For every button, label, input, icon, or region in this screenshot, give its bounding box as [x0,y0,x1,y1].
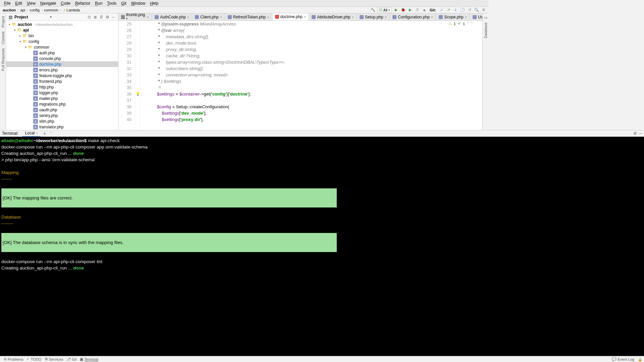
code-line[interactable]: * } $settings [147,78,482,84]
menu-help[interactable]: Help [148,1,161,6]
editor-tab[interactable]: AttributeDriver.php× [309,13,357,20]
prev-highlight-button[interactable]: ˄ [467,21,469,26]
hide-panel-button[interactable]: ─ [110,14,116,20]
editor-tab[interactable]: AuthCode.php× [152,13,192,20]
intention-bulb-icon[interactable]: 💡 [135,91,140,97]
chevron-down-icon[interactable]: ▾ [50,15,52,19]
code-line[interactable]: $settings['proxy dir'], [147,116,482,123]
menu-navigate[interactable]: Navigate [38,1,58,6]
tree-item[interactable]: ▾config [6,39,118,44]
new-terminal-button[interactable]: + [42,131,47,136]
code-line[interactable]: * @var array{ [147,27,482,34]
editor-tab[interactable]: Client.php× [192,13,225,20]
select-opened-file-button[interactable]: ⊙ [86,14,92,20]
tool-tab-project[interactable]: Project [0,14,6,29]
tree-item[interactable]: oauth.php [6,107,118,113]
tree-item[interactable]: mailer.php [6,96,118,101]
code-line[interactable]: * @psalm-suppress MixedArrayAccess [147,21,482,27]
menu-refactor[interactable]: Refactor [73,1,93,6]
close-icon[interactable]: × [304,15,306,19]
terminal-dropdown[interactable]: ˅ [49,132,53,135]
inspection-widget[interactable]: ⚠1 ✔1 ˄ ˅ [448,21,473,26]
chevron-down-icon[interactable]: ▾ [7,23,11,26]
editor-tab[interactable]: Scope.php× [436,13,470,20]
terminal-output[interactable]: elisdn@elisdn:~/deworker/edu/auction$ ma… [0,137,488,274]
close-icon[interactable]: × [352,15,354,19]
tree-item[interactable]: ▾common [6,44,118,50]
close-icon[interactable]: × [385,15,387,19]
menu-edit[interactable]: Edit [13,1,24,6]
git-commit-button[interactable]: ↗ [445,7,451,13]
breadcrumb-lambda[interactable]: λ Lambda [62,8,81,12]
tree-item[interactable]: feature-toggle.php [6,73,118,78]
build-button[interactable]: 🔨 [370,7,376,13]
git-update-button[interactable]: ✓ [438,7,444,13]
tool-tab-pull-requests[interactable]: Pull Requests [0,46,6,73]
code-line[interactable] [147,97,482,104]
close-icon[interactable]: × [187,15,189,19]
code-line[interactable]: */ [147,84,482,91]
code-line[interactable]: $settings = $container->get('config')['d… [147,91,482,97]
code-line[interactable]: * proxy_dir:string, [147,46,482,53]
code-line[interactable]: $config = Setup::createConfiguration( [147,104,482,110]
tree-item[interactable]: auth.php [6,50,118,56]
close-icon[interactable]: × [267,15,269,19]
breadcrumb-seg[interactable]: common [43,8,59,12]
menu-window[interactable]: Window [129,1,148,6]
coverage-button[interactable]: ▶ [407,7,413,13]
editor-tab[interactable]: thumb.png *× [118,13,152,20]
debug-button[interactable]: 🐞 [400,7,406,13]
menu-tools[interactable]: Tools [105,1,119,6]
code-line[interactable]: * connection:array<string, mixed> [147,72,482,78]
tree-root[interactable]: ▾ auction ~/deworker/edu/auction [6,21,118,27]
breadcrumb-seg[interactable]: api [19,8,26,12]
next-highlight-button[interactable]: ˅ [471,21,473,26]
menu-view[interactable]: View [24,1,38,6]
editor-tab[interactable]: RefreshToken.php× [225,13,272,20]
code-line[interactable]: * dev_mode:bool, [147,40,482,46]
code-line[interactable]: * types:array<string,class-string<Doctri… [147,59,482,65]
breadcrumb-seg[interactable]: auction [2,8,17,12]
tree-item[interactable]: migrations.php [6,101,118,107]
tree-item[interactable]: sentry.php [6,113,118,118]
notifications-button[interactable]: ▭ [483,15,488,20]
collapse-all-button[interactable]: ⇵ [98,14,104,20]
editor-tab[interactable]: doctrine.php× [272,13,309,20]
git-rollback-button[interactable]: ↺ [467,7,473,13]
expand-all-button[interactable]: ≣ [92,14,98,20]
settings-button[interactable]: ⚙ [481,7,487,13]
menu-git[interactable]: Git [119,1,128,6]
tree-item[interactable]: frontend.php [6,78,118,84]
profile-button[interactable]: ⏱ [414,7,420,13]
menu-code[interactable]: Code [58,1,73,6]
close-icon[interactable]: × [465,15,467,19]
close-icon[interactable]: × [147,15,149,19]
search-button[interactable]: 🔍 [474,7,480,13]
editor-tab[interactable]: Setup.php× [357,13,390,20]
tree-item[interactable]: ▸bin [6,33,118,39]
run-button[interactable]: ▶ [393,7,399,13]
code-line[interactable]: * metadata_dirs:string[], [147,34,482,40]
editor-tab[interactable]: Configuration.php× [390,13,436,20]
run-config-selector[interactable]: ☑ All ▾ [377,7,392,13]
code-line[interactable]: * subscribers:string[], [147,65,482,72]
tree-item[interactable]: http.php [6,84,118,90]
close-icon[interactable]: × [431,15,433,19]
tree-arrow-icon[interactable]: ▸ [18,34,22,38]
close-icon[interactable]: × [220,15,222,19]
git-history-button[interactable]: 🕐 [460,7,466,13]
tool-tab-commit[interactable]: Commit [0,29,6,46]
tree-arrow-icon[interactable]: ▾ [23,46,28,49]
editor-tab[interactable]: User.php× [470,13,482,20]
tree-arrow-icon[interactable]: ▾ [13,28,17,32]
tree-item[interactable]: translator.php [6,124,118,130]
breadcrumb-seg[interactable]: config [29,8,41,12]
panel-settings-button[interactable]: ⚙ [104,14,110,20]
menu-run[interactable]: Run [93,1,105,6]
tree-item[interactable]: ▾api [6,27,118,33]
tree-item[interactable]: console.php [6,56,118,61]
code-line[interactable]: * cache_dir:?string, [147,53,482,59]
tree-item[interactable]: doctrine.php [6,61,118,67]
stop-button[interactable]: ■ [421,7,427,13]
terminal-tab-local[interactable]: Local× [22,130,41,137]
